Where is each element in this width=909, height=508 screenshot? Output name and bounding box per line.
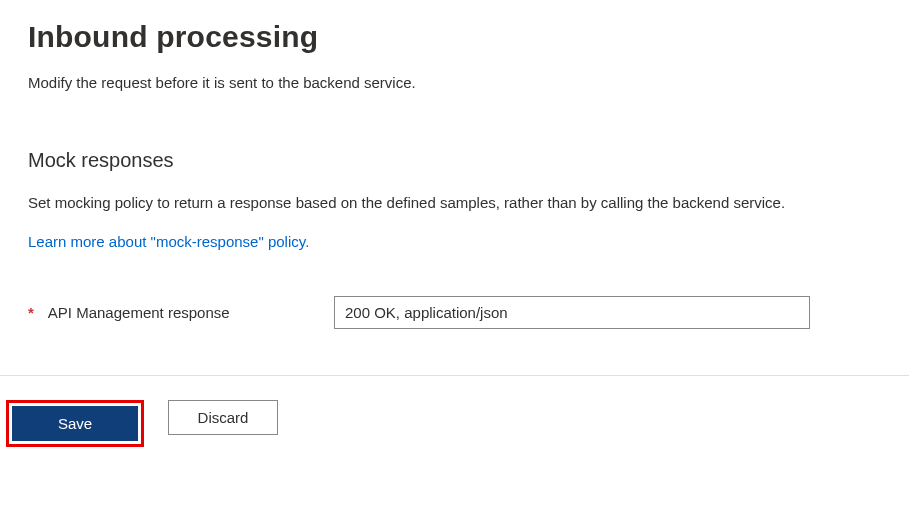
- discard-button[interactable]: Discard: [168, 400, 278, 435]
- section-description: Set mocking policy to return a response …: [28, 194, 881, 211]
- button-row: Save Discard: [6, 400, 881, 447]
- learn-more-link[interactable]: Learn more about "mock-response" policy.: [28, 233, 309, 250]
- section-title-mock-responses: Mock responses: [28, 149, 881, 172]
- page-title: Inbound processing: [28, 20, 881, 54]
- field-label: API Management response: [48, 304, 230, 321]
- required-asterisk: *: [28, 304, 34, 321]
- field-label-wrap: * API Management response: [28, 304, 334, 321]
- field-row-api-response: * API Management response: [28, 296, 881, 329]
- divider: [0, 375, 909, 376]
- save-button-highlight: Save: [6, 400, 144, 447]
- api-management-response-input[interactable]: [334, 296, 810, 329]
- page-subtitle: Modify the request before it is sent to …: [28, 74, 881, 91]
- save-button[interactable]: Save: [12, 406, 138, 441]
